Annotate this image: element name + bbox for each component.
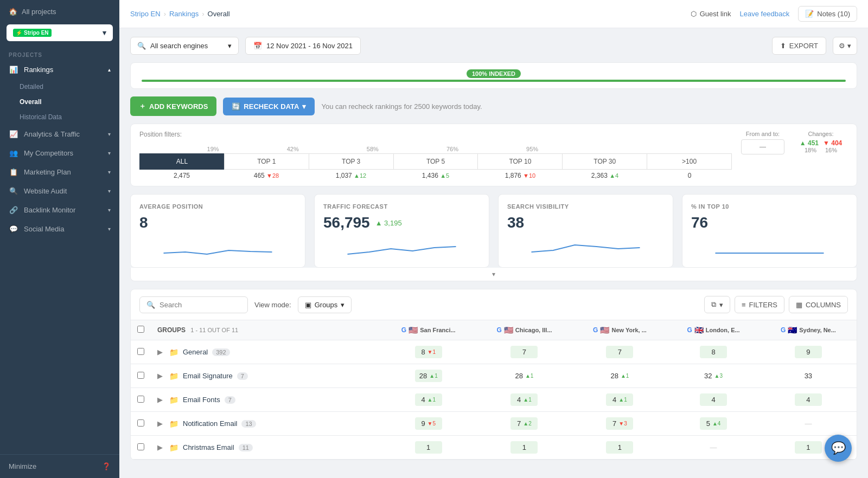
rank-cell: 7 [573, 340, 667, 364]
sidebar-all-projects[interactable]: 🏠 All projects [0, 0, 119, 20]
sidebar-item-backlink[interactable]: 🔗 Backlink Monitor ▾ [0, 201, 119, 219]
minimize-label: Minimize [9, 462, 36, 470]
copy-icon: ⧉ [711, 300, 716, 309]
rank-cell: 8 [667, 340, 760, 364]
breadcrumb-rankings[interactable]: Rankings [169, 10, 199, 18]
breadcrumb-project[interactable]: Stripo EN [130, 10, 161, 18]
filters-button[interactable]: ≡ FILTERS [735, 296, 784, 313]
export-button[interactable]: ⬆ EXPORT [772, 37, 826, 55]
group-name: Email Signature [183, 372, 233, 380]
indexed-label-wrap: 100% INDEXED [142, 69, 846, 77]
rank-cell: 7 [476, 340, 572, 364]
settings-button[interactable]: ⚙ ▾ [833, 37, 857, 55]
notes-button[interactable]: 📝 Notes (10) [798, 6, 857, 22]
filter-tab-top5[interactable]: TOP 5 [393, 153, 478, 170]
indexed-section: 100% INDEXED [130, 62, 857, 89]
main-content: Stripo EN › Rankings › Overall ⬡ Guest l… [119, 0, 868, 478]
row-checkbox[interactable] [137, 396, 144, 403]
sidebar-sub-detailed[interactable]: Detailed [0, 79, 119, 94]
groups-icon: ▣ [305, 301, 311, 309]
th-loc-2: G 🇺🇸 New York, ... [573, 320, 667, 340]
sidebar-item-rankings[interactable]: 📊 Rankings ▴ [0, 60, 119, 79]
expand-icon[interactable]: ▶ [157, 372, 163, 380]
sidebar-item-marketing[interactable]: 📋 Marketing Plan ▾ [0, 163, 119, 182]
date-range-dropdown[interactable]: 📅 12 Nov 2021 - 16 Nov 2021 [245, 37, 361, 55]
from-to-section: From and to: [738, 131, 787, 154]
table-search-input[interactable] [159, 301, 241, 309]
metric-traffic-value: 56,795 ▲ 3,195 [323, 214, 480, 231]
from-to-input[interactable] [741, 139, 784, 154]
th-select-all [131, 320, 151, 340]
filter-tab-gt100[interactable]: >100 [647, 153, 732, 170]
sidebar-item-audit[interactable]: 🔍 Website Audit ▾ [0, 182, 119, 201]
row-checkbox[interactable] [137, 443, 144, 450]
add-keywords-button[interactable]: ＋ ADD KEYWORDS [130, 96, 216, 116]
view-mode-dropdown[interactable]: ▣ Groups ▾ [298, 296, 352, 313]
filter-tab-top30[interactable]: TOP 30 [562, 153, 647, 170]
folder-icon: 📁 [169, 372, 178, 380]
th-loc-4: G 🇦🇺 Sydney, Ne... [760, 320, 857, 340]
flag-2: 🇺🇸 [600, 326, 609, 334]
sidebar: 🏠 All projects ⚡ Stripo EN ▾ PROJECTS 📊 … [0, 0, 119, 478]
filter-tab-top10[interactable]: TOP 10 [477, 153, 562, 170]
select-all-checkbox[interactable] [137, 326, 144, 333]
row-checkbox[interactable] [137, 372, 144, 379]
copy-button[interactable]: ⧉ ▾ [704, 296, 730, 313]
filter-tab-top3[interactable]: TOP 3 [309, 153, 393, 170]
search-engine-dropdown[interactable]: 🔍 All search engines ▾ [130, 37, 239, 55]
sidebar-sub-historical[interactable]: Historical Data [0, 109, 119, 125]
changes-label: Changes: [808, 131, 833, 137]
row-checkbox[interactable] [137, 419, 144, 427]
groups-count: 1 - 11 OUT OF 11 [190, 327, 238, 333]
count-all: 2,475 [139, 172, 224, 179]
expand-icon[interactable]: ▶ [157, 396, 163, 404]
row-checkbox[interactable] [137, 348, 144, 355]
pct-label-2: 58% [333, 146, 412, 152]
projects-label: PROJECTS [0, 46, 119, 60]
calendar-icon: 📅 [253, 42, 262, 50]
project-selector[interactable]: ⚡ Stripo EN ▾ [7, 24, 113, 41]
filter-counts-row: 2,475 465 ▼28 1,037 ▲12 1,436 ▲5 [139, 170, 732, 179]
rank-cell: 7▲2 [476, 412, 572, 436]
rank-cell: 1 [476, 436, 572, 460]
expand-icon[interactable]: ▶ [157, 443, 163, 451]
filters-row: 🔍 All search engines ▾ 📅 12 Nov 2021 - 1… [130, 37, 857, 55]
progress-bar [142, 80, 846, 82]
notes-icon: 📝 [805, 10, 814, 18]
table-search-wrap: 🔍 [139, 296, 248, 313]
sidebar-item-analytics[interactable]: 📈 Analytics & Traffic ▾ [0, 125, 119, 144]
expand-icon[interactable]: ▶ [157, 348, 163, 356]
filter-tab-top1[interactable]: TOP 1 [224, 153, 309, 170]
collapse-metrics-btn[interactable]: ▾ [130, 268, 857, 281]
change-up-value: ▲ 451 [800, 139, 819, 147]
metric-top10-value: 76 [691, 214, 848, 231]
th-loc-1: G 🇺🇸 Chicago, Ill... [476, 320, 572, 340]
chevron-icon: ▾ [108, 188, 111, 194]
change-down-pct: 16% [825, 147, 837, 153]
refresh-icon: 🔄 [232, 102, 240, 111]
upload-icon: ⬆ [780, 42, 786, 50]
breadcrumb-overall: Overall [208, 10, 230, 18]
competitors-icon: 👥 [9, 149, 18, 157]
group-count: 7 [225, 396, 235, 404]
chevron-down-icon: ▾ [847, 42, 851, 50]
guest-link-btn[interactable]: ⬡ Guest link [691, 10, 731, 18]
sidebar-item-social[interactable]: 💬 Social Media ▾ [0, 219, 119, 238]
sidebar-footer[interactable]: Minimize ❓ [0, 454, 119, 478]
count-top1: 465 ▼28 [224, 172, 309, 179]
recheck-info: You can recheck rankings for 2500 keywor… [321, 102, 482, 111]
chevron-down-icon: ▾ [719, 301, 723, 309]
recheck-data-button[interactable]: 🔄 RECHECK DATA ▾ [223, 98, 315, 115]
plus-icon: ＋ [139, 101, 146, 111]
th-groups: GROUPS 1 - 11 OUT OF 11 [151, 320, 381, 340]
columns-button[interactable]: ▦ COLUMNS [789, 296, 848, 313]
rank-cell: 28▲1 [476, 364, 572, 388]
pct-label-4: 95% [493, 146, 572, 152]
sidebar-sub-overall[interactable]: Overall [0, 94, 119, 109]
leave-feedback-btn[interactable]: Leave feedback [740, 10, 790, 18]
filter-tab-all[interactable]: ALL [139, 153, 224, 170]
expand-icon[interactable]: ▶ [157, 419, 163, 428]
sidebar-item-competitors[interactable]: 👥 My Competitors ▾ [0, 144, 119, 163]
chat-button[interactable]: 💬 [825, 435, 852, 462]
count-top5: 1,436 ▲5 [393, 172, 478, 179]
